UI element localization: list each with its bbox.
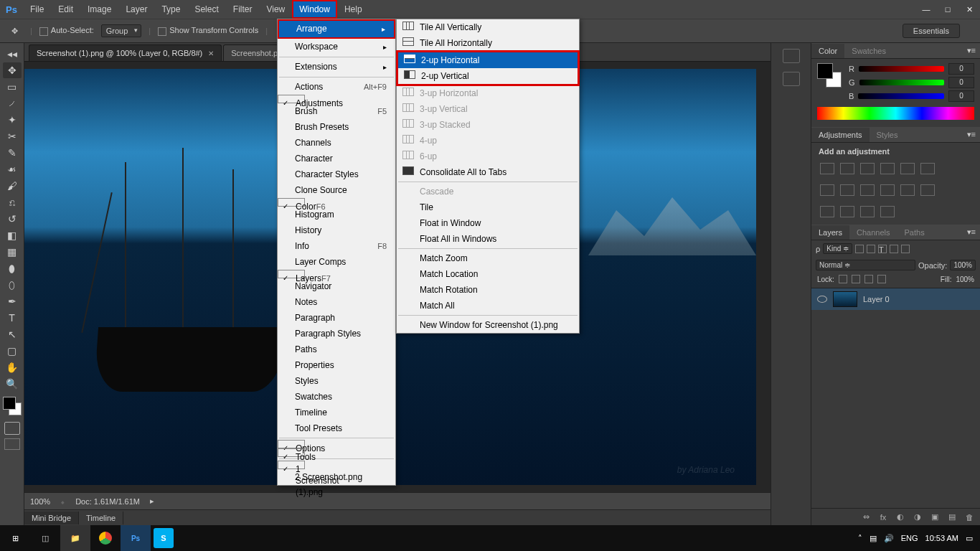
window-menu-item[interactable]: Extensions: [278, 59, 395, 75]
tray-up-icon[interactable]: ˄: [858, 534, 862, 543]
move-tool[interactable]: ✥: [3, 62, 22, 78]
arrange-menu-item[interactable]: New Window for Screenshot (1).png: [397, 317, 579, 333]
group-icon[interactable]: ▣: [930, 512, 940, 522]
bw-icon[interactable]: [820, 184, 834, 196]
minimize-button[interactable]: —: [915, 2, 937, 17]
lock-position-icon[interactable]: [864, 275, 873, 283]
vibrance-icon[interactable]: [900, 163, 915, 174]
layer-name[interactable]: Layer 0: [863, 295, 890, 303]
window-menu-item[interactable]: BrushF5: [278, 103, 395, 119]
arrange-menu-item[interactable]: Match Zoom: [397, 250, 579, 266]
menu-layer[interactable]: Layer: [118, 0, 154, 19]
link-icon[interactable]: ⇔: [861, 512, 871, 522]
levels-icon[interactable]: [840, 163, 854, 174]
fill-value[interactable]: 100%: [956, 276, 974, 283]
menu-filter[interactable]: Filter: [226, 0, 260, 19]
channel-mixer-icon[interactable]: [860, 184, 875, 196]
menu-edit[interactable]: Edit: [51, 0, 80, 19]
curves-icon[interactable]: [860, 163, 875, 174]
eraser-tool[interactable]: ◧: [3, 227, 22, 243]
marquee-tool[interactable]: ▭: [3, 79, 22, 95]
window-menu-item[interactable]: Character: [278, 151, 395, 166]
arrange-menu-item[interactable]: Tile: [397, 199, 579, 215]
color-swatches[interactable]: [1, 395, 23, 417]
crop-tool[interactable]: ✂: [3, 128, 22, 144]
screen-mode-icon[interactable]: [4, 438, 20, 450]
menu-select[interactable]: Select: [187, 0, 225, 19]
g-slider[interactable]: [859, 80, 944, 85]
arrange-menu-item[interactable]: 2-up Vertical: [398, 68, 578, 84]
type-tool[interactable]: T: [3, 310, 22, 326]
adj-layer-icon[interactable]: ◑: [913, 512, 923, 522]
window-menu-item[interactable]: Timeline: [278, 405, 395, 420]
menu-view[interactable]: View: [259, 0, 292, 19]
color-spectrum[interactable]: [817, 107, 974, 120]
arrange-menu-item[interactable]: 2-up Horizontal: [398, 52, 578, 68]
window-menu-item[interactable]: Workspace: [278, 39, 395, 55]
lock-transparency-icon[interactable]: [839, 275, 847, 283]
gradient-tool[interactable]: ▦: [3, 244, 22, 260]
zoom-tool[interactable]: 🔍: [3, 376, 22, 392]
hand-tool[interactable]: ✋: [3, 359, 22, 375]
b-slider[interactable]: [858, 93, 944, 99]
window-menu-item[interactable]: Channels: [278, 135, 395, 151]
menu-file[interactable]: File: [23, 0, 51, 19]
styles-tab[interactable]: Styles: [870, 128, 905, 142]
panel-menu-icon[interactable]: ▾≡: [963, 46, 980, 55]
menu-window[interactable]: Window: [292, 0, 337, 19]
selective-color-icon[interactable]: [860, 206, 875, 217]
explorer-icon[interactable]: 📁: [60, 525, 90, 551]
brightness-icon[interactable]: [820, 163, 834, 174]
blur-tool[interactable]: ⬮: [3, 260, 22, 276]
posterize-icon[interactable]: [920, 184, 935, 196]
window-menu-item[interactable]: Paragraph Styles: [278, 326, 395, 342]
filter-adj-icon[interactable]: [867, 245, 875, 253]
exposure-icon[interactable]: [880, 163, 895, 174]
new-layer-icon[interactable]: ▤: [947, 512, 957, 522]
window-menu-item[interactable]: Tool Presets: [278, 420, 395, 436]
arrange-menu-item[interactable]: Consolidate All to Tabs: [397, 164, 579, 180]
window-menu-item[interactable]: ColorF6: [278, 198, 305, 207]
arrange-menu-item[interactable]: Match All: [397, 298, 579, 314]
lock-pixels-icon[interactable]: [852, 275, 860, 283]
collapse-icon[interactable]: ◂◂: [3, 46, 22, 62]
arrange-menu-item[interactable]: Match Location: [397, 266, 579, 282]
window-menu-item[interactable]: Options: [278, 440, 305, 448]
auto-select-checkbox[interactable]: Auto-Select:: [39, 26, 94, 35]
r-value[interactable]: 0: [948, 63, 974, 75]
window-menu-item[interactable]: Adjustments: [278, 95, 305, 103]
mask-icon[interactable]: ◐: [895, 512, 905, 522]
invert-icon[interactable]: [900, 184, 915, 196]
window-menu-item[interactable]: InfoF8: [278, 238, 395, 254]
window-menu-item[interactable]: Character Styles: [278, 166, 395, 182]
photoshop-taskbar-icon[interactable]: Ps: [121, 525, 151, 551]
history-brush-tool[interactable]: ↺: [3, 211, 22, 227]
task-view-icon[interactable]: ◫: [30, 525, 60, 551]
language-indicator[interactable]: ENG: [901, 534, 918, 542]
volume-icon[interactable]: 🔊: [884, 534, 894, 543]
panel-menu-icon[interactable]: ▾≡: [963, 227, 980, 237]
filter-kind-dropdown[interactable]: Kind ≑: [823, 243, 852, 254]
minibridge-tab[interactable]: Mini Bridge: [24, 512, 79, 524]
blend-mode-dropdown[interactable]: Normal ≑: [816, 260, 915, 270]
b-value[interactable]: 0: [948, 90, 974, 102]
brush-tool[interactable]: 🖌: [3, 178, 22, 194]
timeline-tab[interactable]: Timeline: [79, 512, 123, 524]
window-menu-item[interactable]: Swatches: [278, 389, 395, 405]
gradient-map-icon[interactable]: [840, 206, 854, 217]
visibility-icon[interactable]: [817, 296, 827, 303]
dodge-tool[interactable]: ⬯: [3, 277, 22, 293]
menu-help[interactable]: Help: [337, 0, 369, 19]
zoom-level[interactable]: 100%: [30, 497, 50, 506]
window-menu-item[interactable]: LayersF7: [278, 270, 305, 278]
start-button[interactable]: ⊞: [0, 525, 30, 551]
lasso-tool[interactable]: ⟋: [3, 95, 22, 111]
skype-icon[interactable]: S: [154, 528, 174, 548]
filter-type-icon[interactable]: T: [878, 245, 887, 253]
filter-smart-icon[interactable]: [901, 245, 910, 253]
window-menu-item[interactable]: History: [278, 222, 395, 238]
show-transform-checkbox[interactable]: Show Transform Controls: [158, 26, 258, 35]
arrange-menu-item[interactable]: Tile All Horizontally: [397, 35, 579, 51]
close-button[interactable]: ✕: [958, 2, 980, 17]
lock-all-icon[interactable]: [877, 275, 886, 283]
